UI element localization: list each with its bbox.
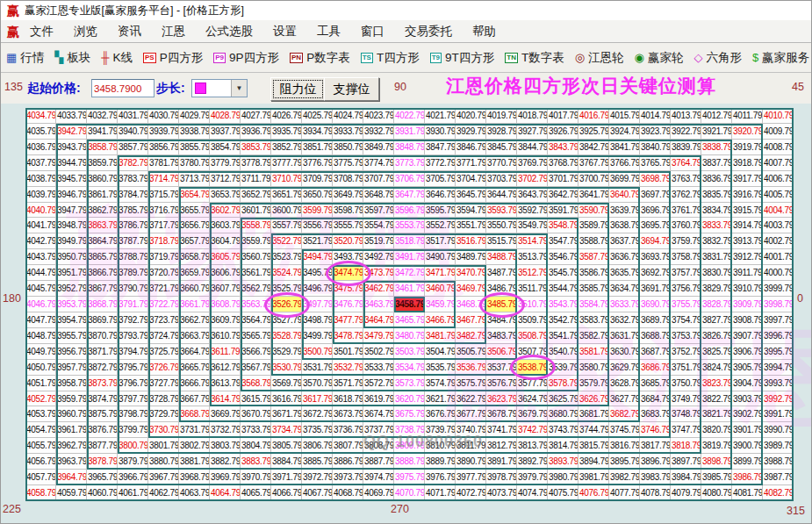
grid-cell: 3912.79 — [732, 249, 763, 265]
grid-cell: 4027.79 — [241, 108, 271, 124]
menu-item[interactable]: 资讯 — [112, 22, 147, 41]
toolbar-item-hexagon[interactable]: ◇六角形 — [693, 50, 742, 66]
grid-cell: 3512.79 — [517, 265, 548, 281]
toolbar-item-service[interactable]: $赢家服务 — [752, 50, 809, 66]
grid-cell: 3842.79 — [578, 140, 609, 155]
menu-item[interactable]: 工具 — [312, 22, 346, 41]
grid-cell: 3560.79 — [241, 249, 271, 265]
grid-cell: 3634.79 — [609, 281, 640, 297]
grid-cell: 3628.79 — [609, 376, 640, 391]
grid-cell: 3884.79 — [271, 454, 302, 470]
grid-cell: 3965.79 — [87, 470, 118, 485]
grid-cell: 3773.79 — [394, 155, 425, 171]
toolbar-item-t-square[interactable]: TST四方形 — [361, 50, 420, 66]
grid-cell: 3494.79 — [302, 249, 333, 265]
grid-cell: 3727.79 — [148, 376, 179, 391]
grid-cell: 3892.79 — [517, 454, 548, 470]
grid-cell: 3714.79 — [148, 171, 179, 187]
toolbar-item-sector-blocks[interactable]: ▚板块 — [54, 50, 90, 66]
grid-cell: 3483.79 — [486, 328, 517, 344]
menu-item[interactable]: 窗口 — [356, 22, 390, 41]
grid-cell: 4025.79 — [302, 108, 333, 124]
grid-cell: 3988.79 — [763, 454, 794, 470]
grid-cell: 3738.79 — [394, 422, 425, 438]
menu-item[interactable]: 公式选股 — [200, 22, 258, 41]
grid-cell: 4046.79 — [25, 297, 56, 312]
grid-cell: 3460.79 — [425, 281, 456, 297]
toolbar-item-p-table[interactable]: PNP数字表 — [290, 50, 350, 66]
grid-cell: 4026.79 — [271, 108, 302, 124]
grid-cell: 3789.79 — [118, 265, 148, 281]
grid-cell: 3635.79 — [609, 265, 640, 281]
grid-cell: 3907.79 — [732, 328, 763, 344]
grid-cell: 3608.79 — [210, 297, 241, 312]
support-button[interactable]: 支撑位 — [324, 77, 379, 101]
grid-cell: 4064.79 — [210, 485, 241, 501]
grid-cell: 3754.79 — [671, 312, 701, 328]
grid-cell: 3723.79 — [148, 312, 179, 328]
menu-item[interactable]: 帮助 — [467, 22, 501, 41]
grid-cell: 4068.79 — [333, 485, 363, 501]
p-square-icon: PS — [143, 53, 156, 63]
toolbar-item-9p-square[interactable]: P99P四方形 — [213, 50, 279, 66]
grid-cell: 3520.79 — [333, 233, 363, 249]
grid-cell: 3533.79 — [363, 360, 394, 376]
grid-cell: 3537.79 — [486, 360, 517, 376]
grid-cell: 3538.79 — [517, 360, 548, 376]
start-price-input[interactable] — [91, 79, 154, 97]
start-price-label: 起始价格: — [27, 81, 81, 97]
grid-cell: 4032.79 — [87, 108, 118, 124]
grid-cell: 4018.79 — [517, 108, 548, 124]
grid-cell: 3910.79 — [732, 281, 763, 297]
grid-cell: 3959.79 — [56, 391, 87, 407]
grid-cell: 3491.79 — [394, 249, 425, 265]
menu-item[interactable]: 浏览 — [68, 22, 103, 41]
grid-cell: 3651.79 — [271, 187, 302, 203]
toolbar-item-p-square[interactable]: PSP四方形 — [143, 50, 203, 66]
toolbar-item-winner-wheel[interactable]: ◉赢家轮 — [635, 50, 684, 66]
grid-cell: 3704.79 — [456, 171, 486, 187]
grid-cell: 3915.79 — [732, 203, 763, 219]
step-select[interactable]: ▼ — [191, 79, 248, 97]
grid-cell: 3946.79 — [56, 187, 87, 203]
toolbar-item-kline[interactable]: ╫K线 — [101, 50, 133, 66]
gann-wheel-icon: ◎ — [575, 52, 585, 63]
grid-cell: 3813.79 — [517, 438, 548, 454]
menu-item[interactable]: 交易委托 — [399, 22, 457, 41]
grid-cell: 3822.79 — [701, 391, 732, 407]
grid-cell: 3790.79 — [118, 281, 148, 297]
grid-cell: 4043.79 — [25, 249, 56, 265]
grid-cell: 3507.79 — [517, 344, 548, 360]
grid-cell: 3805.79 — [271, 438, 302, 454]
grid-cell: 3535.79 — [425, 360, 456, 376]
resistance-button[interactable]: 阻力位 — [270, 77, 326, 101]
chevron-down-icon[interactable]: ▼ — [231, 80, 247, 97]
grid-cell: 3666.79 — [179, 376, 210, 391]
toolbar-item-label: K线 — [113, 50, 133, 66]
grid-cell: 4077.79 — [609, 485, 640, 501]
grid-cell: 3966.79 — [118, 470, 148, 485]
grid-cell: 4014.79 — [640, 108, 671, 124]
toolbar-item-gann-wheel[interactable]: ◎江恩轮 — [575, 50, 624, 66]
grid-cell: 3801.79 — [148, 438, 179, 454]
grid-cell: 3488.79 — [486, 249, 517, 265]
grid-cell: 4001.79 — [763, 249, 794, 265]
grid-cell: 3637.79 — [609, 233, 640, 249]
grid-cell: 3748.79 — [671, 406, 701, 422]
grid-cell: 3708.79 — [333, 171, 363, 187]
grid-cell: 3765.79 — [640, 155, 671, 171]
grid-cell: 3761.79 — [671, 203, 701, 219]
toolbar-item-t-table[interactable]: TNT数字表 — [505, 50, 564, 66]
grid-cell: 4075.79 — [548, 485, 578, 501]
menu-item[interactable]: 江恩 — [156, 22, 190, 41]
menu-item[interactable]: 文件 — [25, 22, 59, 41]
grid-cell: 3983.79 — [640, 470, 671, 485]
toolbar-item-quote-grid[interactable]: ▦行情 — [6, 50, 44, 66]
grid-cell: 3472.79 — [394, 265, 425, 281]
grid-cell: 3550.79 — [486, 218, 517, 233]
toolbar-item-9t-square[interactable]: T99T四方形 — [430, 50, 495, 66]
grid-cell: 3705.79 — [425, 171, 456, 187]
grid-cell: 3778.79 — [241, 155, 271, 171]
grid-cell: 3730.79 — [148, 422, 179, 438]
menu-item[interactable]: 设置 — [268, 22, 302, 41]
